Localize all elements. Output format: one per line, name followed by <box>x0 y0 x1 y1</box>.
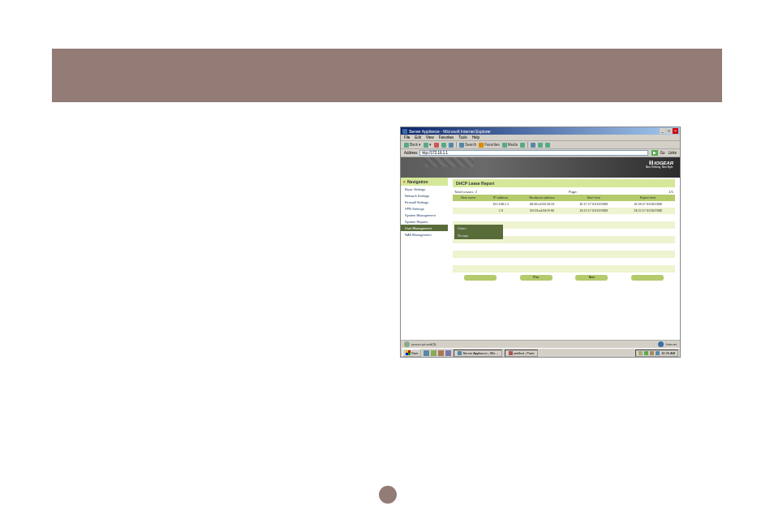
panel-title: DHCP Lease Report <box>453 179 675 187</box>
search-button[interactable]: Search <box>459 143 476 148</box>
nav-system-reports[interactable]: System Reports <box>401 218 448 225</box>
main-panel: DHCP Lease Report Total Leases: 2 Page: … <box>448 178 680 324</box>
submenu-groups[interactable]: Groups <box>454 232 503 239</box>
favorites-button[interactable]: Favorites <box>479 143 500 148</box>
brand-logo: ▐▐ IOGEAR New Thinking. New Style. <box>646 161 673 169</box>
toolbar: Back▾ ▾ Search Favorites Media <box>401 141 680 149</box>
windows-icon <box>406 350 411 355</box>
nav-firewall-settings[interactable]: Firewall Settings <box>401 199 448 205</box>
menu-favorites[interactable]: Favorites <box>439 135 454 139</box>
minimize-button[interactable]: _ <box>660 128 665 134</box>
quicklaunch-icon[interactable] <box>438 350 444 356</box>
col-expire: Expire time <box>621 195 675 201</box>
site-header: ▐▐ IOGEAR New Thinking. New Style. <box>401 157 680 178</box>
menubar: File Edit View Favorites Tools Help <box>401 135 680 141</box>
system-tray: 10:29 AM <box>635 350 678 357</box>
tray-icon[interactable] <box>644 351 648 355</box>
window-title: Server Appliance - Microsoft Internet Ex… <box>409 129 491 134</box>
zone-text: Internet <box>665 342 677 346</box>
tray-icon[interactable] <box>650 351 654 355</box>
browser-window: Server Appliance - Microsoft Internet Ex… <box>400 127 681 358</box>
col-ip: IP address <box>484 195 518 201</box>
menu-help[interactable]: Help <box>472 135 479 139</box>
table-row: 192.168.2.2 00:50:e4:60:26:59 16:17:27 0… <box>453 201 675 208</box>
sidebar: Navigation Basic Settings Network Settin… <box>401 178 448 324</box>
quicklaunch-icon[interactable] <box>424 350 429 356</box>
prev-button[interactable]: Prev <box>520 275 553 281</box>
table-row <box>453 251 675 258</box>
history-icon[interactable] <box>520 143 525 148</box>
menu-view[interactable]: View <box>426 135 434 139</box>
tray-icon[interactable] <box>656 351 660 355</box>
address-input[interactable] <box>419 150 649 156</box>
status-icon <box>404 341 410 347</box>
forward-button[interactable]: ▾ <box>424 143 432 148</box>
address-label: Address <box>404 151 418 155</box>
taskbar-app-ie[interactable]: Server Appliance - Mic... <box>454 350 501 357</box>
back-button[interactable]: Back▾ <box>404 143 421 148</box>
print-icon[interactable] <box>538 143 543 148</box>
submenu-user-management: Users Groups <box>454 225 503 239</box>
nav-basic-settings[interactable]: Basic Settings <box>401 186 448 192</box>
table-row: 2.3 00:10:a4:04:f9:90 13:22:17 01/10/200… <box>453 208 675 214</box>
statusbar: javascript:void(0); Internet <box>401 340 680 348</box>
nav-user-management[interactable]: User Management <box>401 225 448 231</box>
menu-edit[interactable]: Edit <box>415 135 421 139</box>
go-label: Go <box>660 151 664 155</box>
pager-button[interactable] <box>631 275 664 281</box>
addressbar: Address ▶ Go Links <box>401 149 680 157</box>
tray-icon[interactable] <box>639 351 643 355</box>
table-row <box>453 243 675 251</box>
nav-header: Navigation <box>401 178 448 186</box>
edit-icon[interactable] <box>545 143 550 148</box>
start-button[interactable]: Start <box>402 349 421 357</box>
quicklaunch-icon[interactable] <box>431 350 436 356</box>
brand-tagline: New Thinking. New Style. <box>646 165 673 169</box>
taskbar-app-paint[interactable]: untitled - Paint <box>505 350 539 357</box>
links-label[interactable]: Links <box>668 151 677 155</box>
table-row <box>453 214 675 221</box>
pager-button[interactable] <box>464 275 497 281</box>
table-row <box>453 258 675 265</box>
page-indicator: Page: <box>569 190 578 194</box>
col-hw: Hardware address <box>518 195 566 201</box>
titlebar: Server Appliance - Microsoft Internet Ex… <box>401 127 680 135</box>
clock: 10:29 AM <box>661 351 675 355</box>
taskbar: Start Server Appliance - Mic... untitled… <box>401 348 680 357</box>
col-hostname: Host name <box>453 195 484 201</box>
quicklaunch-icon[interactable] <box>445 350 451 356</box>
globe-icon <box>658 341 664 347</box>
nav-network-settings[interactable]: Network Settings <box>401 192 448 199</box>
stop-icon[interactable] <box>434 143 439 148</box>
next-button[interactable]: Next <box>575 275 608 281</box>
menu-tools[interactable]: Tools <box>458 135 467 139</box>
banner-header <box>52 49 722 102</box>
maximize-button[interactable]: □ <box>666 128 672 134</box>
status-text: javascript:void(0); <box>411 342 436 346</box>
table-row <box>453 265 675 272</box>
media-button[interactable]: Media <box>502 143 518 148</box>
mail-icon[interactable] <box>531 143 535 148</box>
refresh-icon[interactable] <box>441 143 446 148</box>
total-leases: Total Leases: 2 <box>454 190 477 194</box>
nav-vpn-settings[interactable]: VPN Settings <box>401 205 448 212</box>
home-icon[interactable] <box>449 143 454 148</box>
col-start: Start time <box>566 195 621 201</box>
page-number-circle <box>379 486 397 504</box>
ie-icon <box>402 129 407 134</box>
menu-file[interactable]: File <box>404 135 410 139</box>
page-value: 1/1 <box>669 190 673 194</box>
nav-system-management[interactable]: System Management <box>401 212 448 218</box>
go-button[interactable]: ▶ <box>651 150 658 156</box>
nav-nas-management[interactable]: NAS Management <box>401 231 448 238</box>
submenu-users[interactable]: Users <box>454 225 503 232</box>
close-button[interactable]: × <box>673 128 678 134</box>
